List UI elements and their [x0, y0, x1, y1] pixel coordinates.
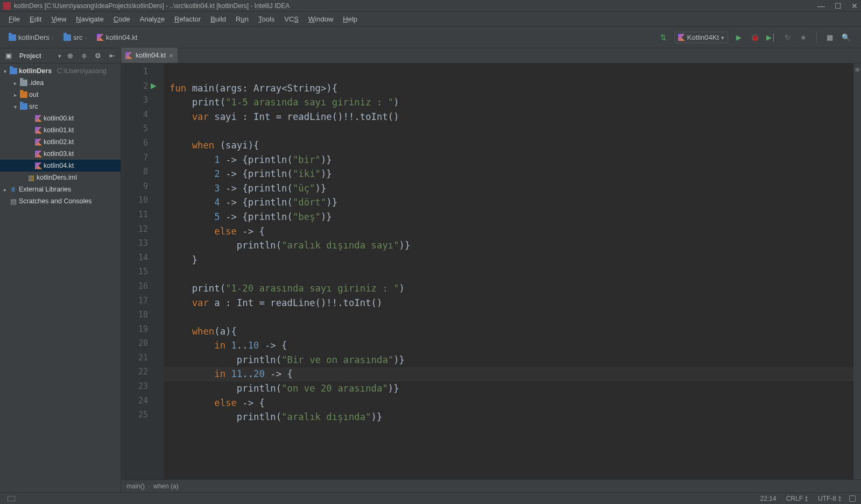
chevron-down-icon[interactable] [58, 52, 61, 60]
tree-file-kotlin04[interactable]: · kotlin04.kt [0, 160, 121, 172]
kotlin-file-icon [35, 139, 42, 146]
close-tab-button[interactable]: × [169, 52, 173, 60]
kotlin-file-icon [678, 34, 685, 41]
breadcrumb: kotlinDers › src › kotlin04.kt [5, 32, 658, 43]
kotlin-file-icon [35, 162, 42, 169]
project-tool-window: ▣ Project ⊕ ≑ ⚙ ⇤ ▾ kotlinDers C:\Users\… [0, 48, 121, 492]
project-view-icon[interactable]: ▣ [3, 52, 14, 60]
editor-gutter[interactable]: 1234567891011121314151617181920212223242… [121, 63, 164, 479]
kotlin-file-icon [97, 34, 104, 41]
locate-button[interactable]: ⊕ [65, 52, 75, 60]
kotlin-file-icon [35, 151, 42, 158]
library-icon: ⫼ [10, 186, 17, 193]
menu-code[interactable]: Code [109, 13, 135, 25]
kotlin-file-icon [35, 127, 42, 134]
statusbar: 22:14 CRLF ‡ UTF-8 ‡ [0, 492, 861, 504]
debug-button[interactable]: 🐞 [750, 32, 760, 43]
navigation-bar: kotlinDers › src › kotlin04.kt ⇅ Kotlin0… [0, 27, 861, 48]
menu-tools[interactable]: Tools [254, 13, 279, 25]
project-tree[interactable]: ▾ kotlinDers C:\Users\yasong ▸ .idea ▸ o… [0, 63, 121, 492]
chevron-right-icon: › [52, 33, 54, 41]
crumb-file[interactable]: kotlin04.kt [94, 32, 141, 43]
code-editor[interactable]: fun main(args: Array<String>){ print("1-… [164, 63, 853, 479]
tree-file-kotlin00[interactable]: · kotlin00.kt [0, 112, 121, 124]
run-config-selector[interactable]: Kotlin04Kt [674, 32, 728, 43]
kotlin-file-icon [35, 115, 42, 122]
rerun-button[interactable]: ↻ [782, 32, 793, 43]
menu-window[interactable]: Window [304, 13, 337, 25]
menu-edit[interactable]: Edit [25, 13, 46, 25]
collapse-button[interactable]: ≑ [79, 52, 89, 60]
tree-out[interactable]: ▸ out [0, 89, 121, 101]
run-button[interactable]: ▶ [733, 32, 744, 43]
editor-body: 1234567891011121314151617181920212223242… [121, 63, 861, 479]
menu-help[interactable]: Help [338, 13, 362, 25]
main-row: ▣ Project ⊕ ≑ ⚙ ⇤ ▾ kotlinDers C:\Users\… [0, 48, 861, 492]
run-gutter-icon[interactable]: ▶ [151, 81, 157, 90]
menu-build[interactable]: Build [206, 13, 230, 25]
menu-refactor[interactable]: Refactor [170, 13, 205, 25]
window-title: kotlinDers [C:\Users\yasong\IdeaProjects… [14, 2, 817, 10]
app-icon [3, 2, 11, 10]
project-structure-button[interactable]: ▦ [824, 32, 835, 43]
separator [816, 32, 817, 43]
crumb-project[interactable]: kotlinDers › [5, 32, 57, 43]
tree-idea[interactable]: ▸ .idea [0, 77, 121, 89]
module-icon [10, 68, 17, 74]
window-controls: — ☐ ✕ [817, 2, 858, 10]
line-separator[interactable]: CRLF ‡ [786, 495, 808, 502]
tool-window-toggle[interactable] [8, 496, 15, 501]
close-button[interactable]: ✕ [851, 2, 858, 10]
project-tool-header: ▣ Project ⊕ ≑ ⚙ ⇤ [0, 48, 121, 63]
menu-analyze[interactable]: Analyze [136, 13, 169, 25]
folder-icon [20, 91, 27, 98]
hide-button[interactable]: ⇤ [107, 52, 117, 60]
editor-tabs: kotlin04.kt × [121, 48, 861, 63]
editor-area: kotlin04.kt × 12345678910111213141516171… [121, 48, 861, 492]
titlebar: kotlinDers [C:\Users\yasong\IdeaProjects… [0, 0, 861, 12]
crumb-project-label: kotlinDers [18, 33, 50, 41]
iml-file-icon: ▥ [27, 174, 35, 181]
chevron-right-icon: › [84, 33, 87, 41]
project-tool-title: Project [17, 52, 41, 60]
tree-iml[interactable]: · ▥ kotlinDers.iml [0, 172, 121, 183]
stop-button[interactable]: ■ [798, 32, 809, 43]
menu-view[interactable]: View [47, 13, 70, 25]
caret-position[interactable]: 22:14 [760, 495, 777, 502]
coverage-button[interactable]: ▶│ [766, 32, 777, 43]
folder-icon [20, 80, 27, 86]
tree-root-path: C:\Users\yasong [57, 67, 107, 75]
tree-file-kotlin01[interactable]: · kotlin01.kt [0, 124, 121, 136]
line-numbers[interactable]: 1234567891011121314151617181920212223242… [121, 63, 164, 479]
editor-breadcrumb: main() › when (a) [121, 479, 861, 492]
chevron-down-icon [721, 33, 724, 41]
menubar: File Edit View Navigate Code Analyze Ref… [0, 12, 861, 27]
file-encoding[interactable]: UTF-8 ‡ [818, 495, 842, 502]
tree-file-kotlin02[interactable]: · kotlin02.kt [0, 136, 121, 148]
search-everywhere-button[interactable]: 🔍 [841, 32, 851, 43]
crumb-src-label: src [73, 33, 82, 41]
tree-src[interactable]: ▾ src [0, 101, 121, 112]
menu-vcs[interactable]: VCS [280, 13, 303, 25]
run-toolbar: ⇅ Kotlin04Kt ▶ 🐞 ▶│ ↻ ■ ▦ 🔍 [658, 32, 851, 43]
crumb-file-label: kotlin04.kt [106, 33, 138, 41]
folder-icon [20, 103, 27, 110]
scope-when[interactable]: when (a) [153, 482, 179, 490]
crumb-src[interactable]: src › [60, 32, 90, 43]
tree-external-libraries[interactable]: ▸ ⫼ External Libraries [0, 183, 121, 195]
tree-scratches[interactable]: · ▧ Scratches and Consoles [0, 195, 121, 207]
minimize-button[interactable]: — [817, 2, 825, 10]
maximize-button[interactable]: ☐ [835, 2, 842, 10]
readonly-lock-icon[interactable] [849, 495, 856, 502]
menu-run[interactable]: Run [231, 13, 253, 25]
menu-navigate[interactable]: Navigate [72, 13, 108, 25]
settings-gear-icon[interactable]: ⚙ [93, 52, 103, 60]
folder-icon [63, 34, 71, 41]
tab-kotlin04[interactable]: kotlin04.kt × [121, 48, 178, 63]
tree-file-kotlin03[interactable]: · kotlin03.kt [0, 148, 121, 160]
inspections-icon[interactable]: 👁 [855, 67, 860, 73]
tree-root[interactable]: ▾ kotlinDers C:\Users\yasong [0, 65, 121, 77]
update-running-icon[interactable]: ⇅ [658, 32, 669, 43]
scope-main[interactable]: main() [126, 482, 145, 490]
menu-file[interactable]: File [4, 13, 24, 25]
